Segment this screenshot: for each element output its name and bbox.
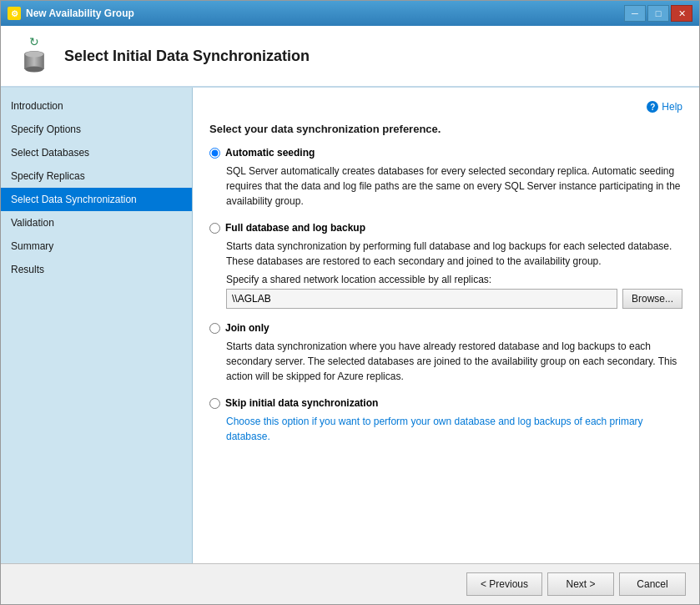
footer: < Previous Next > Cancel	[1, 563, 699, 604]
close-button[interactable]: ✕	[671, 5, 692, 22]
full-backup-radio[interactable]	[209, 223, 220, 234]
sidebar-item-select-data-sync[interactable]: Select Data Synchronization	[1, 188, 192, 211]
sidebar: Introduction Specify Options Select Data…	[1, 88, 193, 563]
skip-sync-radio[interactable]	[209, 398, 220, 409]
maximize-button[interactable]: □	[647, 5, 669, 22]
content-area: ? Help Select your data synchronization …	[193, 88, 699, 563]
join-only-radio[interactable]	[209, 323, 220, 334]
network-path-input[interactable]	[226, 289, 617, 309]
option-automatic-seeding: Automatic seeding SQL Server automatical…	[209, 147, 682, 209]
sidebar-item-specify-options[interactable]: Specify Options	[1, 118, 192, 141]
option-join-only: Join only Starts data synchronization wh…	[209, 322, 682, 384]
help-icon: ?	[647, 101, 658, 113]
sidebar-item-specify-replicas[interactable]: Specify Replicas	[1, 164, 192, 188]
help-link[interactable]: ? Help	[209, 101, 682, 113]
title-bar-left: ⚙ New Availability Group	[8, 7, 134, 20]
app-icon: ⚙	[8, 7, 21, 20]
content-scroll: Select your data synchronization prefere…	[209, 123, 682, 550]
automatic-seeding-label[interactable]: Automatic seeding	[209, 147, 682, 159]
sidebar-item-results[interactable]: Results	[1, 258, 192, 281]
db-icon: ↻	[14, 36, 54, 76]
sidebar-item-select-databases[interactable]: Select Databases	[1, 141, 192, 164]
sidebar-item-validation[interactable]: Validation	[1, 211, 192, 234]
svg-text:↻: ↻	[29, 36, 39, 48]
skip-sync-label[interactable]: Skip initial data synchronization	[209, 397, 682, 409]
option-full-backup: Full database and log backup Starts data…	[209, 222, 682, 309]
sidebar-item-summary[interactable]: Summary	[1, 234, 192, 258]
svg-point-5	[25, 52, 43, 58]
automatic-seeding-radio[interactable]	[209, 148, 220, 159]
automatic-seeding-desc: SQL Server automatically creates databas…	[226, 164, 682, 209]
svg-point-4	[25, 67, 43, 73]
option-skip-sync: Skip initial data synchronization Choose…	[209, 397, 682, 444]
minimize-button[interactable]: ─	[624, 5, 646, 22]
title-controls: ─ □ ✕	[624, 5, 692, 22]
network-path-label: Specify a shared network location access…	[226, 274, 682, 285]
main-content: Introduction Specify Options Select Data…	[1, 88, 699, 563]
network-path-row: Browse...	[226, 289, 682, 309]
window-title: New Availability Group	[26, 8, 134, 19]
header-area: ↻ Select Initial Data Synchronization	[1, 26, 699, 88]
sidebar-item-introduction[interactable]: Introduction	[1, 94, 192, 118]
page-title: Select Initial Data Synchronization	[64, 48, 310, 65]
title-bar: ⚙ New Availability Group ─ □ ✕	[1, 1, 699, 26]
skip-sync-desc: Choose this option if you want to perfor…	[226, 414, 682, 444]
main-window: ⚙ New Availability Group ─ □ ✕ ↻	[0, 0, 700, 605]
join-only-label[interactable]: Join only	[209, 322, 682, 334]
next-button[interactable]: Next >	[547, 572, 614, 596]
section-title: Select your data synchronization prefere…	[209, 123, 682, 135]
browse-button[interactable]: Browse...	[622, 289, 682, 309]
full-backup-desc: Starts data synchronization by performin…	[226, 239, 682, 269]
cancel-button[interactable]: Cancel	[619, 572, 686, 596]
join-only-desc: Starts data synchronization where you ha…	[226, 339, 682, 384]
full-backup-label[interactable]: Full database and log backup	[209, 222, 682, 234]
previous-button[interactable]: < Previous	[466, 572, 542, 596]
